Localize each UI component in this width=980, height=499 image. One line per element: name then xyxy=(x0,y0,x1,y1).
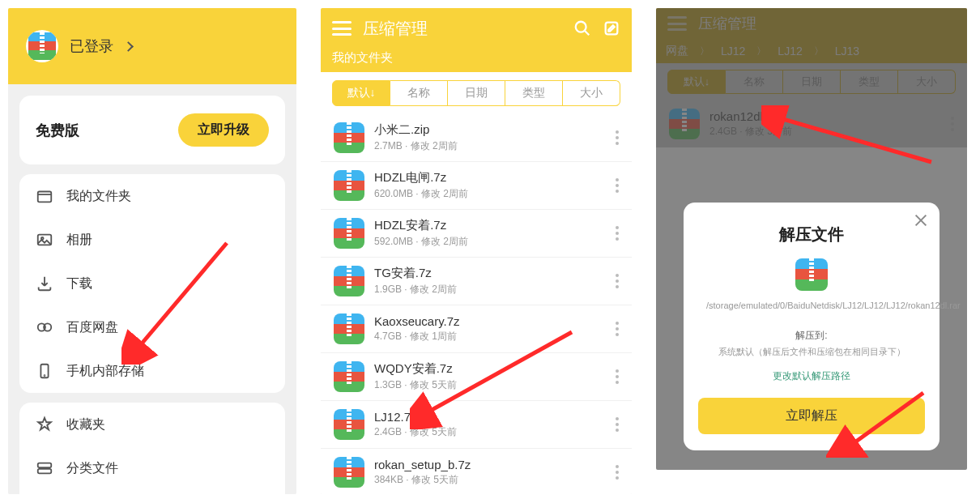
file-row[interactable]: rokan_setup_b.7z 384KB · 修改 5天前 xyxy=(321,449,632,494)
archive-icon xyxy=(334,170,364,201)
star-icon xyxy=(36,416,53,433)
svg-rect-13 xyxy=(606,23,618,35)
file-list: 小米二.zip 2.7MB · 修改 2周前 HDZL电闸.7z 620.0MB… xyxy=(321,114,632,494)
login-status[interactable]: 已登录 xyxy=(70,36,113,56)
archive-icon xyxy=(334,457,364,488)
menu-label: 相册 xyxy=(66,232,92,249)
svg-line-12 xyxy=(585,31,590,36)
archive-icon xyxy=(795,258,828,291)
file-meta: 1.3GB · 修改 5天前 xyxy=(374,378,606,392)
screenshot-1: 已登录 免费版 立即升级 我的文件夹 相册 下载 百度 xyxy=(8,8,296,494)
file-path: /storage/emulated/0/BaiduNetdisk/LJ12/LJ… xyxy=(698,299,925,313)
tab-type[interactable]: 类型 xyxy=(505,80,563,106)
archive-icon xyxy=(334,122,364,153)
screenshot-2: 压缩管理 我的文件夹 默认↓ 名称 日期 类型 大小 小米二.zip 2.7MB… xyxy=(321,8,632,494)
file-row[interactable]: HDZL安着.7z 592.0MB · 修改 2周前 xyxy=(321,210,632,258)
extract-dialog: 解压文件 /storage/emulated/0/BaiduNetdisk/LJ… xyxy=(684,203,940,450)
link-icon xyxy=(36,318,53,336)
svg-point-6 xyxy=(45,375,45,376)
upgrade-card: 免费版 立即升级 xyxy=(19,96,285,164)
image-icon xyxy=(36,231,53,249)
change-path-link[interactable]: 更改默认解压路径 xyxy=(698,369,925,383)
tab-name[interactable]: 名称 xyxy=(390,80,448,106)
tab-date[interactable]: 日期 xyxy=(448,80,505,106)
svg-rect-7 xyxy=(38,463,52,468)
file-row[interactable]: 小米二.zip 2.7MB · 修改 2周前 xyxy=(321,114,632,162)
menu-card-1: 我的文件夹 相册 下载 百度网盘 手机内部存储 xyxy=(19,174,285,393)
menu-favorites[interactable]: 收藏夹 xyxy=(19,403,285,446)
file-name: Kaoxseucary.7z xyxy=(374,314,606,328)
search-icon[interactable] xyxy=(573,19,591,37)
file-name: HDZL安着.7z xyxy=(374,218,606,233)
edit-icon[interactable] xyxy=(603,19,620,37)
tab-size[interactable]: 大小 xyxy=(563,80,620,106)
app-header: 压缩管理 xyxy=(321,8,632,49)
more-icon[interactable] xyxy=(616,322,619,336)
svg-rect-8 xyxy=(38,469,52,474)
dest-desc: 系统默认（解压后文件和压缩包在相同目录下） xyxy=(698,346,925,358)
menu-phone-storage[interactable]: 手机内部存储 xyxy=(19,349,285,393)
folder-icon xyxy=(36,187,53,205)
plan-label: 免费版 xyxy=(36,121,79,140)
chevron-right-icon xyxy=(123,41,134,52)
file-meta: 1.9GB · 修改 2周前 xyxy=(374,283,606,296)
category-icon xyxy=(36,459,53,477)
more-icon[interactable] xyxy=(616,465,619,480)
menu-label: 手机内部存储 xyxy=(66,363,144,380)
menu-label: 收藏夹 xyxy=(66,416,105,433)
menu-download[interactable]: 下载 xyxy=(19,262,285,305)
close-icon[interactable] xyxy=(914,212,928,227)
file-meta: 620.0MB · 修改 2周前 xyxy=(374,187,606,201)
breadcrumb-subtitle[interactable]: 我的文件夹 xyxy=(321,49,632,72)
more-icon[interactable] xyxy=(616,178,619,193)
file-name: rokan_setup_b.7z xyxy=(374,458,606,471)
hamburger-icon[interactable] xyxy=(332,21,352,36)
menu-my-folder[interactable]: 我的文件夹 xyxy=(19,174,285,218)
upgrade-button[interactable]: 立即升级 xyxy=(178,113,269,147)
sidebar-body: 免费版 立即升级 我的文件夹 相册 下载 百度网盘 手 xyxy=(8,84,296,494)
menu-trash[interactable]: 回收站 xyxy=(19,490,285,494)
file-name: WQDY安着.7z xyxy=(374,361,606,377)
menu-card-2: 收藏夹 分类文件 回收站 xyxy=(19,403,285,494)
menu-baidu[interactable]: 百度网盘 xyxy=(19,305,285,349)
dialog-title: 解压文件 xyxy=(698,224,925,245)
more-icon[interactable] xyxy=(616,226,619,241)
dest-label: 解压到: xyxy=(698,329,925,343)
file-row[interactable]: TG安着.7z 1.9GB · 修改 2周前 xyxy=(321,258,632,305)
menu-categories[interactable]: 分类文件 xyxy=(19,446,285,490)
user-avatar[interactable] xyxy=(26,30,58,62)
archive-icon xyxy=(334,266,364,296)
file-meta: 384KB · 修改 5天前 xyxy=(374,473,606,487)
svg-point-11 xyxy=(576,22,586,32)
file-row[interactable]: HDZL电闸.7z 620.0MB · 修改 2周前 xyxy=(321,162,632,210)
menu-label: 下载 xyxy=(66,275,92,292)
file-row[interactable]: Kaoxseucary.7z 4.7GB · 修改 1周前 xyxy=(321,305,632,353)
file-row[interactable]: WQDY安着.7z 1.3GB · 修改 5天前 xyxy=(321,353,632,401)
file-row[interactable]: LJ12.7z 2.4GB · 修改 5天前 xyxy=(321,401,632,449)
menu-label: 百度网盘 xyxy=(66,319,118,336)
screenshot-3: 压缩管理 网盘 〉 LJ12 〉 LJ12 〉 LJ13 默认↓ 名称 日期 类… xyxy=(656,8,967,470)
file-meta: 2.4GB · 修改 5天前 xyxy=(374,425,606,439)
extract-button[interactable]: 立即解压 xyxy=(698,398,925,434)
download-icon xyxy=(36,275,53,292)
file-meta: 592.0MB · 修改 2周前 xyxy=(374,235,606,249)
phone-icon xyxy=(36,362,53,380)
archive-icon xyxy=(334,361,364,392)
file-name: TG安着.7z xyxy=(374,266,606,281)
more-icon[interactable] xyxy=(616,369,619,384)
archive-icon xyxy=(334,313,364,344)
more-icon[interactable] xyxy=(616,417,619,432)
more-icon[interactable] xyxy=(616,130,619,145)
app-icon xyxy=(28,32,56,60)
menu-label: 分类文件 xyxy=(66,460,118,477)
more-icon[interactable] xyxy=(616,274,619,288)
tab-default[interactable]: 默认↓ xyxy=(332,80,390,106)
file-name: LJ12.7z xyxy=(374,410,606,424)
app-title: 压缩管理 xyxy=(363,18,562,40)
archive-icon xyxy=(334,218,364,249)
sidebar-header: 已登录 xyxy=(8,8,296,84)
menu-album[interactable]: 相册 xyxy=(19,218,285,262)
file-name: 小米二.zip xyxy=(374,122,606,138)
file-meta: 4.7GB · 修改 1周前 xyxy=(374,330,606,343)
file-meta: 2.7MB · 修改 2周前 xyxy=(374,139,606,153)
